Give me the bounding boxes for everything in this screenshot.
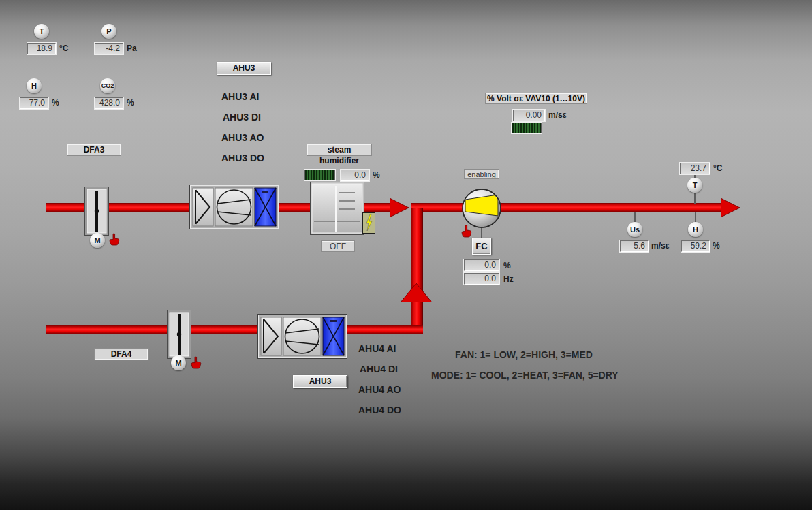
ahu3-do-link[interactable]: AHU3 DO xyxy=(221,153,264,163)
humidifier-unit-label: % xyxy=(373,170,380,180)
supply-fan-icon[interactable] xyxy=(462,189,501,228)
temp-sensor-label: T xyxy=(40,27,44,35)
outlet-velocity-field: 5.6 xyxy=(620,240,649,252)
humidifier-output-bar xyxy=(304,170,335,180)
ahu4-di-link[interactable]: AHU4 DI xyxy=(360,364,398,374)
dfa4-manual-hand-icon[interactable] xyxy=(190,356,202,369)
steam-humidifier-icon xyxy=(310,182,364,235)
vav-volt-label: % Volt σε VAV10 (1…10V) xyxy=(485,93,587,104)
fan-legend-text: FAN: 1= LOW, 2=HIGH, 3=MED xyxy=(455,349,593,360)
ahu4-button[interactable]: AHU3 xyxy=(293,375,347,388)
dfa4-damper-icon[interactable] xyxy=(167,310,191,359)
ahu4-ao-link[interactable]: AHU4 AO xyxy=(358,384,401,395)
dfa3-motor-label: M xyxy=(94,236,100,244)
duct-arrow-outlet-icon xyxy=(721,198,741,217)
ahu4-unit-icon xyxy=(257,314,347,359)
ahu4-do-link[interactable]: AHU4 DO xyxy=(358,404,401,415)
ahu3-unit-icon xyxy=(189,185,279,229)
fc-button[interactable]: FC xyxy=(472,238,491,255)
outlet-humidity-unit-label: % xyxy=(713,240,720,251)
ahu3-di-link[interactable]: AHU3 DI xyxy=(223,112,261,123)
humidity-sensor-label: H xyxy=(31,82,37,90)
temp-value-field: 18.9 xyxy=(27,43,56,54)
co2-sensor-label: CO2 xyxy=(102,82,114,89)
pressure-sensor-label: P xyxy=(106,27,111,35)
outlet-velocity-sensor-icon: Us xyxy=(627,222,642,237)
outlet-velocity-stem xyxy=(634,212,636,223)
supply-duct-main xyxy=(411,203,723,212)
temp-sensor-icon: T xyxy=(34,24,49,39)
outlet-humidity-sensor-label: H xyxy=(693,225,698,234)
outlet-temp-sensor-label: T xyxy=(693,181,698,189)
ahu4-ai-link[interactable]: AHU4 AI xyxy=(358,343,396,354)
ahu3-button[interactable]: AHU3 xyxy=(217,62,271,75)
vav-output-bar xyxy=(512,123,542,133)
humidity-value-field: 77.0 xyxy=(20,97,48,109)
dfa4-motor-label: M xyxy=(175,359,181,367)
pressure-unit-label: Pa xyxy=(127,43,137,54)
supply-duct-bottom xyxy=(46,325,423,334)
co2-sensor-icon: CO2 xyxy=(100,78,115,93)
outlet-velocity-unit-label: m/sε xyxy=(651,240,669,251)
outlet-humidity-stem xyxy=(695,212,696,223)
vav-unit-label: m/sε xyxy=(548,110,566,121)
humidifier-value-field: 0.0 xyxy=(341,170,369,181)
fan-speed-unit-label: % xyxy=(503,260,511,271)
outlet-temp-unit-label: °C xyxy=(713,163,722,174)
fan-freq-field: 0.0 xyxy=(464,273,499,285)
outlet-temp-sensor-icon: T xyxy=(687,178,702,193)
fan-status-label: enabling xyxy=(464,169,499,179)
outlet-velocity-sensor-label: Us xyxy=(630,225,640,234)
co2-unit-label: % xyxy=(127,97,134,108)
dfa4-label: DFA4 xyxy=(94,348,149,360)
steam-humidifier-label: steam humidifier xyxy=(307,144,372,156)
ahu3-ai-link[interactable]: AHU3 AI xyxy=(221,91,260,102)
outlet-temp-stem-bottom xyxy=(694,193,696,204)
outlet-temp-field: 23.7 xyxy=(680,163,710,174)
pressure-value-field: -4.2 xyxy=(95,43,123,54)
dfa3-motor[interactable]: M xyxy=(90,233,105,248)
riser-duct xyxy=(411,208,423,334)
duct-arrow-up-icon xyxy=(401,283,432,302)
humidity-unit-label: % xyxy=(52,97,59,108)
vav-value-field: 0.00 xyxy=(513,110,545,121)
humidifier-status-button[interactable]: OFF xyxy=(321,240,355,252)
fan-speed-field: 0.0 xyxy=(464,259,499,271)
humidity-sensor-icon: H xyxy=(27,78,42,93)
outlet-humidity-field: 59.2 xyxy=(681,240,710,252)
outlet-humidity-sensor-icon: H xyxy=(688,222,703,237)
electric-power-icon xyxy=(362,212,375,234)
temp-unit-label: °C xyxy=(59,43,68,54)
co2-value-field: 428.0 xyxy=(95,97,123,109)
hvac-mimic-screen: T 18.9 °C P -4.2 Pa H 77.0 % CO2 428.0 %… xyxy=(0,0,812,510)
dfa3-label: DFA3 xyxy=(67,144,121,156)
mode-legend-text: MODE: 1= COOL, 2=HEAT, 3=FAN, 5=DRY xyxy=(431,370,619,381)
dfa3-manual-hand-icon[interactable] xyxy=(108,233,120,246)
dfa3-damper-icon[interactable] xyxy=(84,187,109,236)
ahu3-ao-link[interactable]: AHU3 AO xyxy=(221,132,264,143)
pressure-sensor-icon: P xyxy=(102,24,116,39)
duct-arrow-right-icon xyxy=(390,198,410,217)
fan-manual-hand-icon[interactable] xyxy=(460,225,472,238)
fan-freq-unit-label: Hz xyxy=(503,274,514,285)
dfa4-motor[interactable]: M xyxy=(171,355,186,370)
